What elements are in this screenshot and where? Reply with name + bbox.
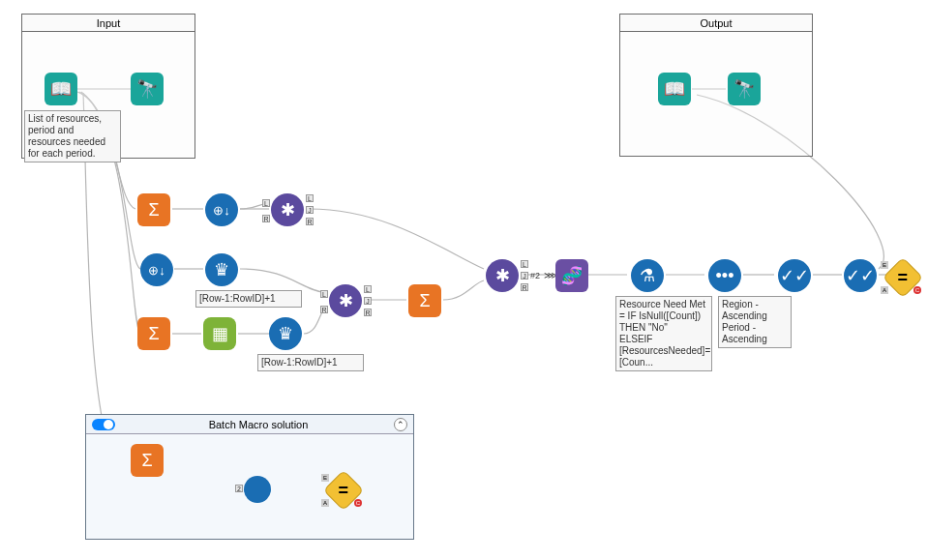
sort-tool[interactable]: •••: [708, 259, 741, 292]
anchor-R: R: [262, 215, 270, 222]
dynamic-rename-tool[interactable]: 🧬: [555, 259, 588, 292]
anchor-L2: L: [320, 290, 328, 298]
anchor-E: E: [881, 261, 888, 269]
input-container-title: Input: [22, 15, 195, 32]
sigma-icon: Σ: [141, 451, 152, 471]
macro-toggle[interactable]: [92, 419, 115, 430]
join-icon: ✱: [495, 265, 510, 286]
batch-macro-header: Batch Macro solution ⌃: [86, 415, 413, 434]
anchor-E-macro: E: [321, 474, 329, 482]
crown-icon: ♛: [278, 323, 293, 344]
append-fields-tool-2[interactable]: ⊕↓: [140, 253, 173, 286]
browse-tool-output[interactable]: 🔭: [728, 73, 761, 105]
collapse-button[interactable]: ⌃: [394, 418, 407, 431]
select-tool[interactable]: ✓✓: [778, 259, 811, 292]
crosstab-tool[interactable]: ▦: [203, 317, 236, 350]
sort-annotation: Region - Ascending Period - Ascending: [718, 296, 792, 348]
equals-icon: =: [898, 267, 909, 287]
multirow-formula-tool-2[interactable]: ♛: [269, 317, 302, 350]
anchor-J3o: J: [521, 272, 528, 280]
macro-anchor-in: 2: [235, 485, 243, 492]
text-input-tool[interactable]: 📖: [45, 73, 77, 105]
grid-icon: ▦: [212, 323, 228, 344]
anchor-L3o: L: [521, 260, 528, 268]
summarize-tool-macro[interactable]: Σ: [131, 444, 164, 477]
output-container-title: Output: [620, 15, 812, 32]
formula-annotation: Resource Need Met = IF IsNull([Count]) T…: [615, 296, 712, 371]
plus-down-icon: ⊕↓: [213, 203, 230, 218]
join-icon: ✱: [339, 290, 353, 311]
anchor-J-out: J: [306, 206, 314, 214]
crown-icon: ♛: [214, 259, 229, 280]
anchor-L: L: [262, 199, 270, 207]
anchor-A: A: [881, 286, 888, 294]
append-fields-tool-1[interactable]: ⊕↓: [205, 193, 238, 226]
join-number-label: #2: [530, 271, 540, 280]
anchor-J2o: J: [364, 297, 372, 305]
anchor-R3o: R: [521, 283, 528, 291]
anchor-L2o: L: [364, 285, 372, 293]
anchor-C: C: [913, 286, 921, 294]
anchor-A-macro: A: [321, 499, 329, 507]
join-tool-center[interactable]: ✱: [486, 259, 519, 292]
plus-down-icon: ⊕↓: [148, 263, 165, 278]
anchor-C-macro: C: [354, 499, 362, 507]
summarize-tool-2[interactable]: Σ: [137, 317, 170, 350]
batch-macro-title: Batch Macro solution: [123, 419, 394, 430]
summarize-tool-3[interactable]: Σ: [408, 284, 441, 317]
join-icon: ✱: [281, 199, 295, 221]
multirow-formula-tool-1[interactable]: ♛: [205, 253, 238, 286]
check-icon-2: ✓✓: [846, 265, 875, 286]
macro-inner-tool[interactable]: [244, 476, 271, 503]
sigma-icon: Σ: [148, 324, 159, 344]
formula-tool[interactable]: ⚗: [631, 259, 664, 292]
anchor-R-out: R: [306, 218, 314, 225]
input-annotation: List of resources, period and resources …: [24, 110, 121, 162]
anchor-R2o: R: [364, 309, 372, 316]
row-formula-annotation-1: [Row-1:RowID]+1: [195, 290, 302, 308]
data-cleanse-tool[interactable]: ✓✓: [844, 259, 877, 292]
row-formula-annotation-2: [Row-1:RowID]+1: [257, 354, 364, 371]
book-icon: 📖: [50, 78, 72, 100]
anchor-R2: R: [320, 306, 328, 313]
summarize-tool-1[interactable]: Σ: [137, 193, 170, 226]
sigma-icon: Σ: [148, 200, 159, 221]
browse-tool-input[interactable]: 🔭: [131, 73, 164, 105]
join-tool-mid[interactable]: ✱: [329, 284, 362, 317]
text-input-tool-output[interactable]: 📖: [658, 73, 691, 105]
binoculars-icon: 🔭: [136, 78, 158, 100]
sigma-icon: Σ: [419, 291, 430, 311]
equals-icon: =: [339, 480, 349, 500]
dna-icon: 🧬: [561, 265, 583, 286]
dots-icon: •••: [716, 266, 734, 286]
flask-icon: ⚗: [640, 265, 655, 286]
binoculars-icon: 🔭: [733, 78, 755, 100]
book-icon: 📖: [664, 78, 685, 100]
join-tool-upper[interactable]: ✱: [271, 193, 304, 226]
check-icon: ✓✓: [780, 265, 809, 286]
anchor-L-out: L: [306, 194, 314, 202]
output-container[interactable]: Output: [619, 14, 813, 157]
